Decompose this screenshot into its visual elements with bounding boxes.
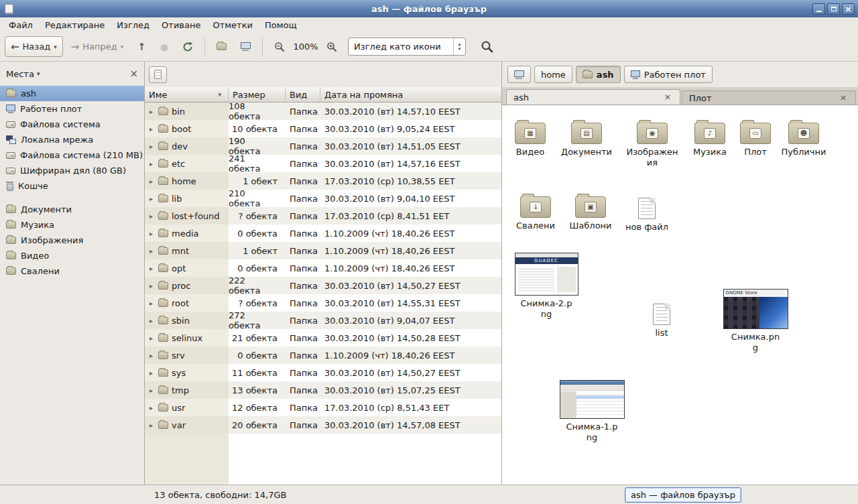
pathbar-button-home[interactable]: home xyxy=(534,66,572,83)
expander-icon[interactable]: ▸ xyxy=(147,334,155,342)
icon-view-item-list[interactable]: list xyxy=(635,300,688,338)
icon-view-item-templates[interactable]: ▣Шаблони xyxy=(564,192,617,231)
icon-view-item-downloads[interactable]: ↓Свалени xyxy=(509,192,562,231)
table-row-opt[interactable]: ▸opt0 обектаПапка1.10.2009 (чт) 18,40,26… xyxy=(145,259,501,277)
titlebar[interactable]: ash — файлов браузър × xyxy=(0,0,858,17)
icon-view-item-new-file[interactable]: нов файл xyxy=(620,194,674,233)
minimize-button[interactable] xyxy=(812,3,825,15)
icon-view-item-video[interactable]: ▦Видео xyxy=(503,119,557,158)
expander-icon[interactable]: ▸ xyxy=(147,195,155,202)
table-row-usr[interactable]: ▸usr12 обектаПапка17.03.2010 (ср) 8,51,4… xyxy=(145,399,501,416)
table-row-lib[interactable]: ▸lib210 обектаПапка30.03.2010 (вт) 9,04,… xyxy=(145,190,501,207)
table-row-boot[interactable]: ▸boot10 обектаПапка30.03.2010 (вт) 9,05,… xyxy=(145,120,501,137)
table-row-proc[interactable]: ▸proc222 обектаПапка30.03.2010 (вт) 14,5… xyxy=(145,277,501,294)
menu-item-bookmarks[interactable]: Отметки xyxy=(206,19,258,32)
expander-icon[interactable]: ▸ xyxy=(147,160,155,168)
menu-item-go[interactable]: Отиване xyxy=(156,19,206,32)
up-button[interactable]: ↑ xyxy=(131,36,152,57)
taskbar-window-button[interactable]: ash — файлов браузър xyxy=(625,487,741,503)
icon-view-item-documents[interactable]: ▤Документи xyxy=(560,119,613,158)
icon-view-item-snimka[interactable]: GNOME StoreСнимка.png xyxy=(722,289,789,354)
home-button[interactable] xyxy=(210,36,233,57)
table-row-home[interactable]: ▸home1 обектПапка17.03.2010 (ср) 10,38,5… xyxy=(145,172,501,190)
table-row-selinux[interactable]: ▸selinux21 обектаПапка30.03.2010 (вт) 14… xyxy=(145,329,501,346)
forward-button[interactable]: → Напред ▾ xyxy=(65,36,130,57)
sidebar-item-music[interactable]: Музика xyxy=(0,217,144,233)
table-row-lost+found[interactable]: ▸lost+found? обектаПапка17.03.2010 (ср) … xyxy=(145,207,501,225)
table-row-srv[interactable]: ▸srv0 обектаПапка1.10.2009 (чт) 18,40,26… xyxy=(145,346,501,364)
table-row-mnt[interactable]: ▸mnt1 обектПапка1.10.2009 (чт) 18,40,26 … xyxy=(145,242,501,259)
expander-icon[interactable]: ▸ xyxy=(147,108,155,115)
pane-toggle-button[interactable] xyxy=(149,66,167,83)
table-row-dev[interactable]: ▸dev190 обектаПапка30.03.2010 (вт) 14,51… xyxy=(145,137,501,155)
expander-icon[interactable]: ▸ xyxy=(147,387,155,394)
table-row-etc[interactable]: ▸etc241 обектаПапка30.03.2010 (вт) 14,57… xyxy=(145,155,501,172)
icon-view-item-public[interactable]: ☻Публични xyxy=(777,119,831,158)
expander-icon[interactable]: ▸ xyxy=(147,212,155,220)
expander-icon[interactable]: ▸ xyxy=(147,178,155,185)
close-button[interactable]: × xyxy=(842,3,855,15)
search-button[interactable] xyxy=(475,36,499,57)
tab-close-icon[interactable]: × xyxy=(662,92,673,103)
menu-item-file[interactable]: Файл xyxy=(3,19,39,32)
column-header-name[interactable]: Име▾ xyxy=(145,87,229,103)
sidebar-item-ash[interactable]: ash xyxy=(0,86,144,101)
expander-icon[interactable]: ▸ xyxy=(147,230,155,237)
table-row-tmp[interactable]: ▸tmp13 обектаПапка30.03.2010 (вт) 15,07,… xyxy=(145,381,501,399)
expander-icon[interactable]: ▸ xyxy=(147,404,155,412)
expander-icon[interactable]: ▸ xyxy=(147,300,155,307)
stop-button[interactable]: ● xyxy=(154,36,174,57)
column-header-modified[interactable]: Дата на промяна xyxy=(320,87,501,103)
table-row-sbin[interactable]: ▸sbin272 обектаПапка30.03.2010 (вт) 9,04… xyxy=(145,312,501,329)
icon-view-item-desktop-folder[interactable]: ▭Плот xyxy=(729,119,782,158)
chevron-down-icon[interactable]: ▾ xyxy=(37,70,40,77)
tab-ash[interactable]: ash× xyxy=(506,89,680,105)
icon-view[interactable]: ▦Видео▤Документи◉Изображения♪Музика▭Плот… xyxy=(502,105,858,485)
computer-button[interactable] xyxy=(235,36,257,57)
expander-icon[interactable]: ▸ xyxy=(147,247,155,255)
maximize-button[interactable] xyxy=(827,3,840,15)
column-header-size[interactable]: Размер xyxy=(229,87,286,103)
table-row-root[interactable]: ▸root? обектаПапка30.03.2010 (вт) 14,55,… xyxy=(145,294,501,312)
table-row-media[interactable]: ▸media0 обектаПапка1.10.2009 (чт) 18,40,… xyxy=(145,225,501,242)
expander-icon[interactable]: ▸ xyxy=(147,125,155,133)
pathbar-button-root[interactable] xyxy=(507,66,531,83)
pathbar-button-desktop[interactable]: Работен плот xyxy=(624,66,713,83)
tab-plot[interactable]: Плот× xyxy=(682,90,856,105)
zoom-out-button[interactable] xyxy=(268,36,291,57)
back-button[interactable]: ← Назад ▾ xyxy=(5,36,63,57)
sidebar-close-icon[interactable]: × xyxy=(129,69,138,79)
expander-icon[interactable]: ▸ xyxy=(147,282,155,290)
table-row-sys[interactable]: ▸sys11 обектаПапка30.03.2010 (вт) 14,50,… xyxy=(145,364,501,381)
reload-button[interactable] xyxy=(176,36,199,57)
icon-view-item-snimka1[interactable]: Снимка-1.png xyxy=(558,380,625,444)
expander-icon[interactable]: ▸ xyxy=(147,317,155,324)
menu-item-view[interactable]: Изглед xyxy=(111,19,156,32)
sidebar-item-desktop[interactable]: Работен плот xyxy=(0,101,144,117)
sidebar-item-filesystem-210[interactable]: Файлова система (210 MB) xyxy=(0,147,144,163)
sidebar-item-filesystem[interactable]: Файлова система xyxy=(0,117,144,132)
table-row-var[interactable]: ▸var20 обектаПапка30.03.2010 (вт) 14,57,… xyxy=(145,416,501,434)
expander-icon[interactable]: ▸ xyxy=(147,422,155,429)
expander-icon[interactable]: ▸ xyxy=(147,369,155,377)
menu-item-edit[interactable]: Редактиране xyxy=(39,19,111,32)
tab-close-icon[interactable]: × xyxy=(838,92,849,103)
sidebar-item-downloads[interactable]: Свалени xyxy=(0,263,144,279)
sidebar-item-pictures[interactable]: Изображения xyxy=(0,233,144,248)
sidebar-item-trash[interactable]: Кошче xyxy=(0,178,144,194)
sidebar-item-documents[interactable]: Документи xyxy=(0,202,144,217)
menu-item-help[interactable]: Помощ xyxy=(259,19,303,32)
icon-view-item-snimka2[interactable]: GUADECСнимка-2.png xyxy=(513,253,580,320)
column-header-type[interactable]: Вид xyxy=(286,87,320,103)
expander-icon[interactable]: ▸ xyxy=(147,143,155,150)
icon-view-item-pictures[interactable]: ◉Изображения xyxy=(625,119,679,169)
sidebar-item-video[interactable]: Видео xyxy=(0,248,144,263)
sidebar-item-encrypted-80[interactable]: Шифриран дял (80 GB) xyxy=(0,163,144,178)
expander-icon[interactable]: ▸ xyxy=(147,352,155,359)
table-row-bin[interactable]: ▸bin108 обектаПапка30.03.2010 (вт) 14,57… xyxy=(145,103,501,120)
view-mode-select[interactable]: Изглед като икони ▴▾ xyxy=(348,38,466,56)
sidebar-item-network[interactable]: Локална мрежа xyxy=(0,132,144,147)
expander-icon[interactable]: ▸ xyxy=(147,265,155,272)
zoom-in-button[interactable] xyxy=(320,36,343,57)
pathbar-button-ash[interactable]: ash xyxy=(576,66,621,83)
